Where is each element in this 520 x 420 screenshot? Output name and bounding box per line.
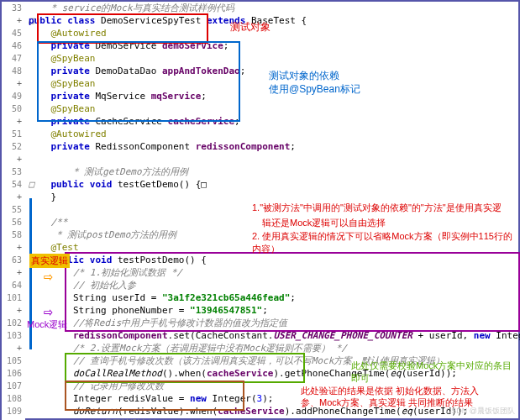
tag-mock-logic: Mock逻辑 — [25, 318, 69, 332]
line-gutter: 33+45464748+4950+5152+5354+555658+63+641… — [2, 2, 25, 420]
tag-real-logic: 真实逻辑 — [29, 254, 70, 268]
arrow-real: ⇨ — [44, 267, 53, 285]
code-editor[interactable]: 33+45464748+4950+5152+5354+555658+63+641… — [0, 0, 520, 420]
watermark: CSDN @晨饭饭团队 — [446, 406, 515, 417]
code-area[interactable]: * service的Mock与真实结合测试样例代码□public class D… — [29, 2, 518, 420]
